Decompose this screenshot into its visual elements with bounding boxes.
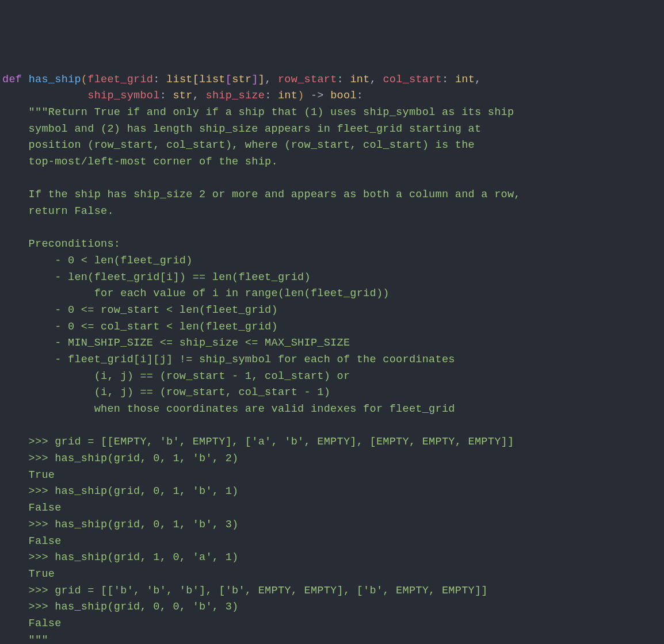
docstring-line: return False. [2,205,114,217]
type-int: int [350,74,369,86]
docstring-line: when those coordinates are valid indexes… [2,403,455,415]
paren-open: ( [81,74,87,86]
docstring-line: top-most/left-most corner of the ship. [2,156,278,168]
type-list: list [166,74,193,86]
colon: : [265,90,271,102]
docstring-line: (i, j) == (row_start, col_start - 1) [2,386,330,398]
comma: , [475,74,481,86]
colon: : [160,90,166,102]
docstring-line: position (row_start, col_start), where (… [2,139,475,151]
colon: : [153,74,159,86]
param-ship-size: ship_size [206,90,265,102]
docstring-line: >>> has_ship(grid, 0, 1, 'b', 1) [2,485,238,497]
docstring-line: >>> has_ship(grid, 0, 1, 'b', 2) [2,453,238,465]
docstring-line: True [2,568,55,580]
docstring-line: for each value of i in range(len(fleet_g… [2,288,390,300]
colon: : [442,74,448,86]
docstring-line: >>> has_ship(grid, 1, 0, 'a', 1) [2,551,238,564]
type-int: int [278,90,297,102]
docstring-line: >>> has_ship(grid, 0, 1, 'b', 3) [2,519,238,531]
docstring-line: - len(fleet_grid[i]) == len(fleet_grid) [2,271,311,283]
code-block: def has_ship(fleet_grid: list[list[str]]… [2,72,662,644]
docstring-line: - MIN_SHIP_SIZE <= ship_size <= MAX_SHIP… [2,337,350,349]
bracket-open-inner: [ [226,74,232,86]
docstring-line: False [2,502,62,514]
docstring-line: If the ship has ship_size 2 or more and … [2,189,521,201]
docstring-line: >>> has_ship(grid, 0, 0, 'b', 3) [2,601,238,613]
comma: , [370,74,376,86]
docstring-line: Preconditions: [2,238,120,250]
param-row-start: row_start [278,74,337,86]
docstring-line: - 0 <= col_start < len(fleet_grid) [2,321,278,333]
docstring-line: False [2,535,62,547]
arrow: -> [311,90,324,102]
docstring-close: """ [2,634,48,644]
docstring-line: Return True if and only if a ship that (… [48,106,514,118]
bracket-close: ] [258,74,265,86]
docstring-open: """ [29,106,48,118]
type-str: str [232,74,251,86]
type-int: int [455,74,475,86]
docstring-line: - 0 < len(fleet_grid) [2,255,193,267]
param-ship-symbol: ship_symbol [87,90,159,102]
docstring-line: >>> grid = [['b', 'b', 'b'], ['b', EMPTY… [2,585,488,597]
colon: : [337,74,344,86]
docstring-line: - fleet_grid[i][j] != ship_symbol for ea… [2,354,455,366]
end-colon: : [357,90,363,102]
comma: , [193,90,199,102]
docstring-line: (i, j) == (row_start - 1, col_start) or [2,370,350,382]
docstring-line: - 0 <= row_start < len(fleet_grid) [2,304,278,316]
type-list-inner: list [199,74,226,86]
keyword-def: def [2,74,22,86]
type-bool: bool [330,90,357,102]
bracket-close-inner: ] [251,74,258,86]
docstring-line: False [2,618,62,630]
docstring-line: >>> grid = [[EMPTY, 'b', EMPTY], ['a', '… [2,436,514,448]
docstring-line: symbol and (2) has length ship_size appe… [2,123,481,135]
bracket-open: [ [193,74,199,86]
param-col-start: col_start [383,74,442,86]
function-name: has_ship [29,74,81,86]
paren-close: ) [297,90,304,102]
type-str: str [173,90,192,102]
docstring-line: True [2,469,55,481]
comma: , [265,74,271,86]
param-fleet-grid: fleet_grid [87,74,153,86]
